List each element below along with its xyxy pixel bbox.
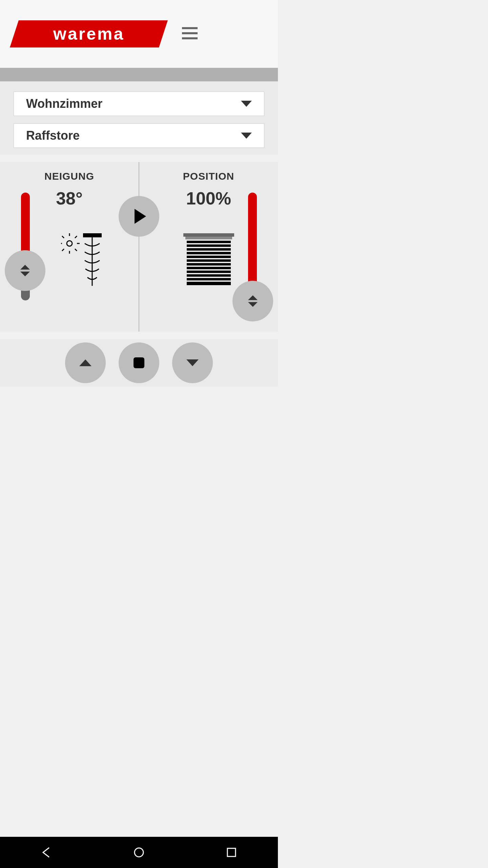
svg-rect-17 bbox=[187, 244, 231, 247]
tilt-label: NEIGUNG bbox=[0, 171, 139, 182]
svg-rect-20 bbox=[187, 256, 231, 258]
brand-logo-text: warema bbox=[53, 24, 124, 44]
triangle-down-icon bbox=[186, 359, 199, 366]
svg-rect-12 bbox=[83, 233, 102, 237]
arrow-down-icon bbox=[20, 272, 30, 276]
room-dropdown-label: Wohnzimmer bbox=[26, 97, 102, 111]
triangle-up-icon bbox=[79, 359, 92, 366]
svg-rect-0 bbox=[182, 27, 198, 29]
brand-logo: warema bbox=[10, 20, 168, 47]
arrow-down-icon bbox=[248, 302, 258, 307]
svg-rect-16 bbox=[187, 241, 231, 243]
selector-area: Wohnzimmer Raffstore bbox=[0, 81, 278, 155]
chevron-down-icon bbox=[241, 133, 252, 139]
product-dropdown[interactable]: Raffstore bbox=[14, 123, 264, 148]
chevron-down-icon bbox=[241, 101, 252, 107]
tilt-slat-icon bbox=[61, 233, 105, 289]
svg-rect-23 bbox=[187, 267, 231, 269]
svg-rect-25 bbox=[187, 274, 231, 277]
svg-line-10 bbox=[62, 249, 64, 251]
product-dropdown-label: Raffstore bbox=[26, 129, 80, 143]
svg-rect-1 bbox=[182, 32, 198, 34]
svg-rect-19 bbox=[187, 252, 231, 254]
app-header: warema bbox=[0, 0, 278, 68]
svg-rect-14 bbox=[183, 233, 234, 237]
svg-line-11 bbox=[75, 249, 77, 251]
svg-rect-18 bbox=[187, 248, 231, 251]
tilt-panel: NEIGUNG 38° bbox=[0, 162, 139, 332]
position-panel: POSITION 100% bbox=[139, 162, 278, 332]
svg-rect-21 bbox=[187, 259, 231, 262]
svg-line-8 bbox=[62, 236, 64, 238]
svg-rect-15 bbox=[185, 237, 232, 239]
title-bar bbox=[0, 68, 278, 81]
control-row: NEIGUNG 38° bbox=[0, 162, 278, 332]
blind-icon bbox=[183, 233, 234, 289]
position-label: POSITION bbox=[139, 171, 278, 182]
svg-rect-26 bbox=[187, 278, 231, 280]
svg-rect-24 bbox=[187, 271, 231, 273]
svg-rect-27 bbox=[187, 282, 231, 285]
svg-line-9 bbox=[75, 236, 77, 238]
stop-button[interactable] bbox=[119, 342, 159, 383]
position-slider-thumb[interactable] bbox=[232, 281, 273, 321]
tilt-slider-thumb[interactable] bbox=[5, 250, 45, 291]
up-button[interactable] bbox=[65, 342, 106, 383]
svg-rect-2 bbox=[182, 37, 198, 39]
arrow-up-icon bbox=[248, 295, 258, 300]
arrow-up-icon bbox=[20, 265, 30, 270]
bottom-controls bbox=[0, 339, 278, 387]
hamburger-icon bbox=[182, 27, 198, 39]
svg-point-3 bbox=[67, 241, 72, 246]
stop-icon bbox=[134, 357, 144, 368]
tilt-slider-tail bbox=[21, 290, 30, 300]
menu-button[interactable] bbox=[182, 27, 198, 41]
position-value: 100% bbox=[139, 188, 278, 209]
down-button[interactable] bbox=[172, 342, 213, 383]
svg-rect-22 bbox=[187, 263, 231, 265]
room-dropdown[interactable]: Wohnzimmer bbox=[14, 92, 264, 116]
